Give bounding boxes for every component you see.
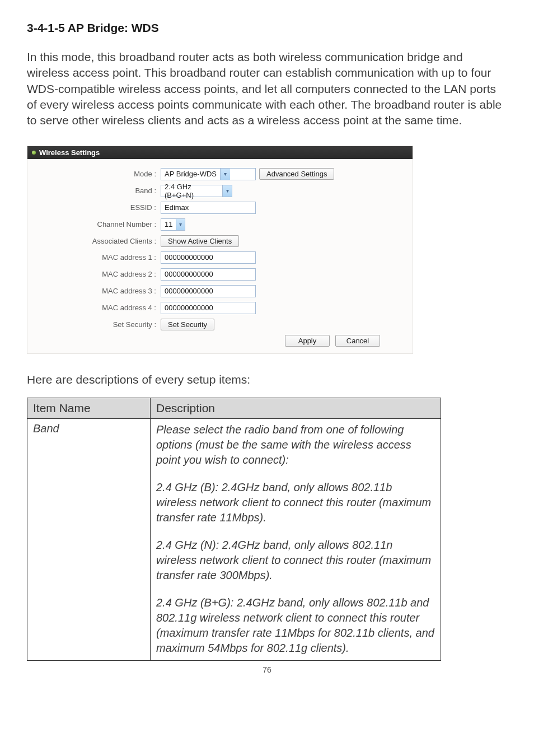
chevron-down-icon: ▾	[176, 219, 185, 230]
th-description: Description	[151, 398, 441, 418]
set-security-label: Set Security :	[38, 320, 161, 329]
table-header-row: Item Name Description	[27, 398, 441, 418]
mac2-input[interactable]	[161, 268, 256, 281]
panel-body: Mode : AP Bridge-WDS ▾ Advanced Settings…	[27, 159, 413, 353]
band-item-name: Band	[27, 418, 151, 660]
mac1-input[interactable]	[161, 251, 256, 264]
mac1-label: MAC address 1 :	[38, 253, 161, 262]
panel-header: Wireless Settings	[27, 146, 413, 159]
associated-clients-label: Associated Clients :	[38, 237, 161, 245]
table-row: Band Please select the radio band from o…	[27, 418, 441, 660]
channel-number-value: 11	[161, 220, 176, 228]
mode-select-value: AP Bridge-WDS	[161, 170, 220, 178]
show-active-clients-button[interactable]: Show Active Clients	[161, 235, 239, 247]
band-desc-p2: 2.4 GHz (B): 2.4GHz band, only allows 80…	[156, 480, 435, 525]
mac4-input[interactable]	[161, 302, 256, 314]
mac3-input[interactable]	[161, 285, 256, 297]
advanced-settings-button[interactable]: Advanced Settings	[259, 168, 334, 180]
channel-number-select[interactable]: 11 ▾	[161, 218, 185, 231]
th-item-name: Item Name	[27, 398, 151, 418]
set-security-button[interactable]: Set Security	[161, 319, 214, 330]
descriptions-intro: Here are descriptions of every setup ite…	[27, 373, 507, 386]
cancel-button[interactable]: Cancel	[335, 335, 380, 347]
mode-label: Mode :	[38, 170, 161, 178]
panel-title: Wireless Settings	[39, 148, 100, 157]
wireless-settings-panel: Wireless Settings Mode : AP Bridge-WDS ▾…	[27, 146, 413, 354]
band-label: Band :	[38, 186, 161, 195]
chevron-down-icon: ▾	[220, 169, 230, 180]
chevron-down-icon: ▾	[222, 185, 232, 197]
intro-paragraph: In this mode, this broadband router acts…	[27, 49, 507, 129]
mac3-label: MAC address 3 :	[38, 287, 161, 295]
essid-label: ESSID :	[38, 203, 161, 212]
mac4-label: MAC address 4 :	[38, 304, 161, 312]
page-number: 76	[27, 665, 507, 674]
channel-number-label: Channel Number :	[38, 220, 161, 228]
apply-button[interactable]: Apply	[285, 335, 330, 347]
band-desc-p4: 2.4 GHz (B+G): 2.4GHz band, only allows …	[156, 595, 435, 656]
mode-select[interactable]: AP Bridge-WDS ▾	[161, 168, 256, 180]
descriptions-table: Item Name Description Band Please select…	[27, 398, 441, 661]
band-desc-p3: 2.4 GHz (N): 2.4GHz band, only allows 80…	[156, 538, 435, 583]
band-select-value: 2.4 GHz (B+G+N)	[161, 183, 222, 199]
mac2-label: MAC address 2 :	[38, 270, 161, 278]
bullet-icon	[32, 151, 36, 155]
essid-input[interactable]	[161, 202, 256, 214]
band-desc-p1: Please select the radio band from one of…	[156, 422, 435, 468]
band-description: Please select the radio band from one of…	[151, 418, 441, 660]
band-select[interactable]: 2.4 GHz (B+G+N) ▾	[161, 185, 232, 197]
section-heading: 3-4-1-5 AP Bridge: WDS	[27, 21, 507, 35]
